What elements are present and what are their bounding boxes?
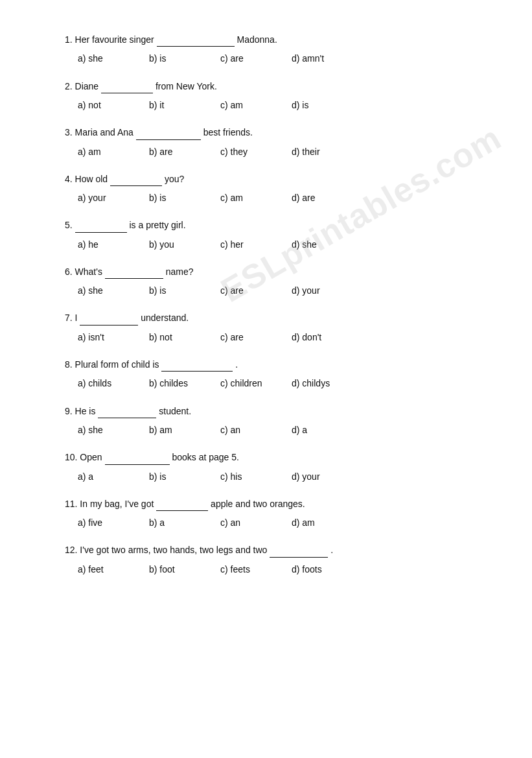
options-row-7: a) isn'tb) notc) ared) don't: [78, 329, 480, 346]
question-after-1: Madonna.: [235, 34, 277, 45]
question-after-11: apple and two oranges.: [208, 499, 305, 509]
option-6-3[interactable]: c) are: [220, 283, 292, 299]
option-8-2[interactable]: b) childes: [149, 375, 220, 392]
option-12-1[interactable]: a) feet: [78, 562, 149, 578]
option-2-2[interactable]: b) it: [149, 97, 220, 113]
option-1-1[interactable]: a) she: [78, 51, 149, 67]
option-6-1[interactable]: a) she: [78, 283, 149, 299]
question-after-8: .: [233, 359, 238, 370]
option-10-3[interactable]: c) his: [220, 469, 292, 485]
option-4-1[interactable]: a) your: [78, 190, 149, 206]
question-blank-8: [161, 361, 233, 372]
question-blank-6: [105, 268, 163, 279]
option-9-3[interactable]: c) an: [220, 422, 292, 438]
question-text-6: 6. What's name?: [65, 265, 480, 279]
option-4-3[interactable]: c) am: [220, 190, 292, 206]
question-text-5: 5. is a pretty girl.: [65, 218, 480, 232]
option-4-4[interactable]: d) are: [292, 190, 363, 206]
question-before-9: He is: [75, 406, 98, 416]
option-10-1[interactable]: a) a: [78, 469, 149, 485]
question-block-11: 11. In my bag, I've got apple and two or…: [65, 497, 480, 532]
option-2-3[interactable]: c) am: [220, 97, 292, 113]
option-9-2[interactable]: b) am: [149, 422, 220, 438]
option-7-1[interactable]: a) isn't: [78, 329, 149, 346]
option-3-1[interactable]: a) am: [78, 144, 149, 160]
question-text-2: 2. Diane from New York.: [65, 79, 480, 93]
question-text-7: 7. I understand.: [65, 311, 480, 325]
option-11-1[interactable]: a) five: [78, 515, 149, 531]
option-5-4[interactable]: d) she: [292, 237, 363, 253]
option-12-4[interactable]: d) foots: [292, 562, 363, 578]
question-block-5: 5. is a pretty girl.a) heb) youc) herd) …: [65, 218, 480, 253]
option-4-2[interactable]: b) is: [149, 190, 220, 206]
options-row-8: a) childsb) childesc) childrend) childys: [78, 375, 480, 392]
question-after-2: from New York.: [153, 81, 217, 91]
option-2-1[interactable]: a) not: [78, 97, 149, 113]
option-3-3[interactable]: c) they: [220, 144, 292, 160]
option-3-4[interactable]: d) their: [292, 144, 363, 160]
option-7-3[interactable]: c) are: [220, 329, 292, 346]
question-blank-9: [98, 408, 156, 418]
question-before-1: Her favourite singer: [75, 34, 157, 45]
option-12-3[interactable]: c) feets: [220, 562, 292, 578]
option-5-2[interactable]: b) you: [149, 237, 220, 253]
question-text-11: 11. In my bag, I've got apple and two or…: [65, 497, 480, 511]
option-11-3[interactable]: c) an: [220, 515, 292, 531]
question-before-4: How old: [75, 174, 110, 184]
option-12-2[interactable]: b) foot: [149, 562, 220, 578]
option-8-3[interactable]: c) children: [220, 375, 292, 392]
question-block-10: 10. Open books at page 5.a) ab) isc) his…: [65, 450, 480, 485]
question-block-8: 8. Plural form of child is .a) childsb) …: [65, 357, 480, 392]
question-blank-7: [80, 315, 138, 326]
question-text-8: 8. Plural form of child is .: [65, 357, 480, 372]
question-before-3: Maria and Ana: [75, 127, 136, 137]
option-8-4[interactable]: d) childys: [292, 375, 363, 392]
option-10-4[interactable]: d) your: [292, 469, 363, 485]
question-number-5: 5.: [65, 220, 75, 230]
question-after-4: you?: [162, 174, 184, 184]
option-6-4[interactable]: d) your: [292, 283, 363, 299]
question-text-9: 9. He is student.: [65, 404, 480, 418]
options-row-9: a) sheb) amc) and) a: [78, 422, 480, 438]
option-8-1[interactable]: a) childs: [78, 375, 149, 392]
option-1-4[interactable]: d) amn't: [292, 51, 363, 67]
question-number-3: 3.: [65, 127, 75, 137]
option-9-1[interactable]: a) she: [78, 422, 149, 438]
question-after-5: is a pretty girl.: [127, 220, 186, 230]
question-number-11: 11.: [65, 499, 80, 509]
question-after-10: books at page 5.: [170, 452, 239, 462]
question-block-2: 2. Diane from New York.a) notb) itc) amd…: [65, 79, 480, 114]
options-row-3: a) amb) arec) theyd) their: [78, 144, 480, 160]
option-9-4[interactable]: d) a: [292, 422, 363, 438]
question-after-6: name?: [163, 266, 194, 277]
option-6-2[interactable]: b) is: [149, 283, 220, 299]
question-number-9: 9.: [65, 406, 75, 416]
question-block-3: 3. Maria and Ana best friends.a) amb) ar…: [65, 125, 480, 160]
option-7-4[interactable]: d) don't: [292, 329, 363, 346]
question-before-2: Diane: [75, 81, 101, 91]
options-row-5: a) heb) youc) herd) she: [78, 237, 480, 253]
option-10-2[interactable]: b) is: [149, 469, 220, 485]
question-before-11: In my bag, I've got: [80, 499, 156, 509]
question-number-7: 7.: [65, 313, 75, 323]
options-row-6: a) sheb) isc) ared) your: [78, 283, 480, 299]
option-3-2[interactable]: b) are: [149, 144, 220, 160]
option-1-2[interactable]: b) is: [149, 51, 220, 67]
option-1-3[interactable]: c) are: [220, 51, 292, 67]
question-blank-3: [136, 130, 201, 140]
question-after-9: student.: [156, 406, 191, 416]
option-11-2[interactable]: b) a: [149, 515, 220, 531]
question-number-12: 12.: [65, 545, 80, 555]
option-5-3[interactable]: c) her: [220, 237, 292, 253]
option-11-4[interactable]: d) am: [292, 515, 363, 531]
question-block-4: 4. How old you?a) yourb) isc) amd) are: [65, 172, 480, 207]
question-before-10: Open: [80, 452, 104, 462]
question-block-6: 6. What's name?a) sheb) isc) ared) your: [65, 265, 480, 300]
option-2-4[interactable]: d) is: [292, 97, 363, 113]
question-blank-5: [75, 222, 127, 233]
option-7-2[interactable]: b) not: [149, 329, 220, 346]
question-before-6: What's: [75, 266, 105, 277]
option-5-1[interactable]: a) he: [78, 237, 149, 253]
question-text-10: 10. Open books at page 5.: [65, 450, 480, 464]
question-number-6: 6.: [65, 266, 75, 277]
